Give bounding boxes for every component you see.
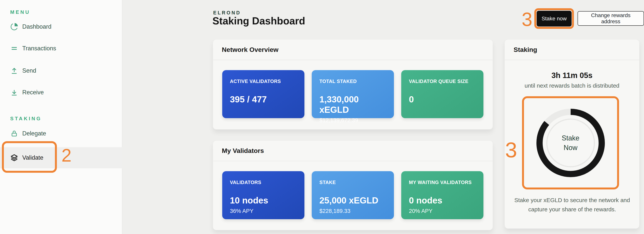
pie-chart-icon [10,23,18,31]
card-title: Staking [514,46,537,54]
stat-tile-sub [230,107,297,113]
waiting-validators-tile: MY WAITING VALIDATORS 0 nodes 20% APY [401,171,484,219]
sidebar-item-dashboard[interactable]: Dashboard [0,19,122,35]
validators-tile: VALIDATORS 10 nodes 36% APY [222,171,304,219]
stat-tile-label: VALIDATORS [230,180,297,185]
card-title: Network Overview [222,46,278,54]
stat-tile-row: VALIDATORS 10 nodes 36% APY STAKE 25,000… [213,161,493,219]
stat-tile-sub: 36% APY [230,208,297,214]
total-staked-tile: TOTAL STAKED 1,330,000 xEGLD $12,139,672… [312,70,394,118]
sidebar-item-label: Validate [22,154,44,161]
stat-tile-value: 0 [409,94,476,104]
card-title: My Validators [222,147,264,154]
active-validators-tile: ACTIVE VALIDATORS 395 / 477 [222,70,304,118]
stat-tile-sub: $228,189.33 [320,208,386,214]
stat-tile-value: 1,330,000 xEGLD [320,94,386,115]
ring-label-line1: Stake [562,133,579,143]
arrow-up-icon [10,67,18,75]
staking-description: Stake your xEGLD to secure the network a… [513,196,632,214]
stat-tile-label: MY WAITING VALIDATORS [409,180,476,185]
stat-tile-label: VALIDATOR QUEUE SIZE [409,78,476,84]
sidebar-item-transactions[interactable]: Transactions [0,40,122,56]
stat-tile-value: 10 nodes [230,195,297,206]
sidebar-item-label: Transactions [22,45,56,52]
stat-tile-value: 395 / 477 [230,94,297,104]
sidebar-item-delegate[interactable]: Delegate [0,126,122,142]
sidebar-item-receive[interactable]: Receive [0,84,122,100]
card-header: Network Overview [213,40,493,60]
stat-tile-sub: $12,139,672.39 [320,117,386,124]
stat-tile-sub: 20% APY [409,208,476,214]
lock-icon [10,130,18,138]
ring-label-line2: Now [564,143,577,152]
brand-label: ELROND [213,10,241,16]
sidebar-section-menu: MENU [10,9,30,15]
sidebar-item-validate[interactable]: Validate [0,147,122,168]
page-title: Staking Dashboard [212,15,305,27]
stat-tile-row: ACTIVE VALIDATORS 395 / 477 TOTAL STAKED… [213,60,493,118]
arrow-down-icon [10,88,18,96]
rewards-countdown-caption: until next rewards batch is distributed [505,82,639,89]
annotation-box-stake-ring: Stake Now [522,96,619,190]
rewards-countdown: 3h 11m 05s [505,71,639,80]
annotation-number-3-top: 3 [522,10,532,29]
sidebar-item-label: Send [22,67,36,74]
validator-queue-tile: VALIDATOR QUEUE SIZE 0 [401,70,484,118]
my-validators-card: My Validators VALIDATORS 10 nodes 36% AP… [213,140,493,230]
sidebar-item-label: Receive [22,89,44,96]
stat-tile-sub [409,107,476,113]
change-rewards-address-button[interactable]: Change rewards address [578,11,644,26]
stake-now-ring-button[interactable]: Stake Now [532,104,609,181]
sidebar-item-label: Delegate [22,130,46,137]
sidebar: MENU Dashboard Transactions [0,0,122,234]
card-header: My Validators [213,141,493,161]
network-overview-card: Network Overview ACTIVE VALIDATORS 395 /… [213,40,493,130]
card-header: Staking [505,40,639,60]
sidebar-item-label: Dashboard [22,23,52,30]
stake-now-ring-label: Stake Now [532,104,609,181]
sidebar-item-send[interactable]: Send [0,63,122,79]
stake-tile: STAKE 25,000 xEGLD $228,189.33 [312,171,394,219]
list-icon [10,44,18,52]
stat-tile-label: STAKE [320,180,386,185]
staking-panel: Staking 3h 11m 05s until next rewards ba… [504,40,640,228]
stat-tile-value: 0 nodes [409,195,476,206]
layers-icon [10,154,18,162]
stat-tile-value: 25,000 xEGLD [320,195,386,206]
stake-now-button[interactable]: Stake now [537,11,572,26]
sidebar-section-staking: STAKING [10,116,42,122]
app-window: MENU Dashboard Transactions [0,0,644,234]
stat-tile-label: ACTIVE VALIDATORS [230,78,297,84]
stat-tile-label: TOTAL STAKED [320,78,386,84]
